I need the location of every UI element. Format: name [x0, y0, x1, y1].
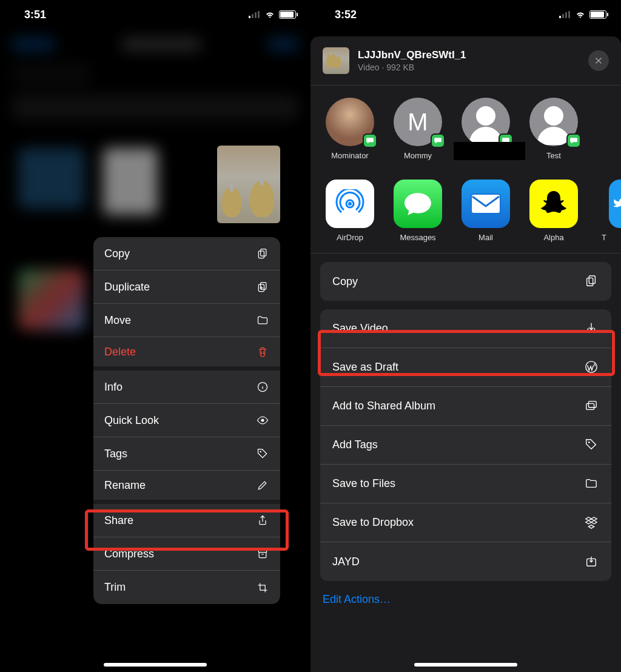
wordpress-icon: [585, 360, 599, 375]
app-name: Messages: [392, 233, 444, 242]
folder-icon: [256, 314, 269, 327]
person-name: Mommy: [392, 151, 444, 160]
file-subtitle: Video · 992 KB: [358, 62, 580, 72]
svg-rect-17: [587, 559, 596, 566]
menu-compress[interactable]: Compress: [93, 537, 280, 571]
menu-label: Copy: [104, 247, 130, 260]
status-indicators: [249, 10, 296, 19]
menu-copy[interactable]: Copy: [93, 237, 280, 270]
svg-rect-14: [586, 403, 594, 409]
action-save-video[interactable]: Save Video: [320, 309, 611, 348]
home-indicator[interactable]: [104, 663, 207, 667]
menu-tags[interactable]: Tags: [93, 437, 280, 471]
action-copy[interactable]: Copy: [320, 262, 611, 301]
crop-icon: [256, 581, 269, 594]
messages-badge-icon: [566, 133, 581, 148]
action-add-tags[interactable]: Add Tags: [320, 426, 611, 465]
svg-rect-10: [471, 194, 500, 213]
menu-move[interactable]: Move: [93, 304, 280, 337]
battery-icon: [589, 10, 606, 19]
action-save-dropbox[interactable]: Save to Dropbox: [320, 503, 611, 542]
svg-rect-0: [261, 249, 266, 257]
menu-label: Quick Look: [104, 414, 159, 427]
wifi-icon: [264, 10, 275, 19]
status-bar: 3:52: [310, 0, 621, 29]
share-person[interactable]: Test: [528, 98, 580, 160]
app-airdrop[interactable]: AirDrop: [324, 180, 376, 242]
app-name: Alpha: [528, 233, 580, 242]
share-sheet: LJJJbnV_QBreSWtI_1 Video · 992 KB Momina…: [310, 36, 621, 672]
svg-rect-12: [587, 278, 593, 286]
redacted-name: [454, 142, 525, 160]
action-save-draft[interactable]: Save as Draft: [320, 348, 611, 387]
menu-rename[interactable]: Rename: [93, 471, 280, 504]
app-messages[interactable]: Messages: [392, 180, 444, 242]
right-phone-screenshot: 3:52 LJJJbnV_QBreSWtI_1 Video · 992 KB: [310, 0, 621, 672]
svg-point-6: [260, 451, 261, 452]
share-person[interactable]: [460, 98, 512, 160]
menu-info[interactable]: Info: [93, 371, 280, 404]
mail-icon: [462, 180, 510, 228]
action-label: Save Video: [332, 322, 388, 335]
menu-delete[interactable]: Delete: [93, 337, 280, 371]
tag-icon: [585, 438, 599, 452]
menu-label: Trim: [104, 581, 126, 594]
app-alpha[interactable]: Alpha: [528, 180, 580, 242]
menu-label: Info: [104, 381, 123, 394]
actions-main-block: Save Video Save as Draft Add to Shared A…: [320, 309, 611, 581]
action-jayd[interactable]: JAYD: [320, 542, 611, 581]
app-twitter-partial[interactable]: T: [596, 180, 613, 242]
menu-label: Tags: [104, 448, 127, 460]
share-icon: [256, 514, 269, 527]
share-person[interactable]: M Mommy: [392, 98, 444, 160]
home-indicator[interactable]: [414, 663, 517, 667]
svg-point-16: [588, 441, 590, 443]
share-people-row: Mominator M Mommy Test: [310, 86, 621, 170]
edit-actions-link[interactable]: Edit Actions…: [310, 590, 621, 610]
menu-share[interactable]: Share: [93, 504, 280, 537]
menu-duplicate[interactable]: Duplicate: [93, 270, 280, 304]
context-menu: Copy Duplicate Move Delete Info Quick Lo…: [93, 237, 280, 604]
archive-icon: [256, 547, 269, 560]
signal-icon: [249, 11, 261, 18]
action-label: Add to Shared Album: [332, 400, 435, 412]
twitter-icon: [609, 180, 621, 228]
action-label: Copy: [332, 275, 358, 288]
battery-icon: [279, 10, 296, 19]
status-time: 3:51: [24, 8, 46, 21]
close-button[interactable]: [588, 50, 609, 71]
action-label: Save as Draft: [332, 361, 398, 374]
airdrop-icon: [326, 180, 374, 228]
menu-label: Share: [104, 514, 133, 527]
svg-point-8: [346, 200, 354, 207]
action-shared-album[interactable]: Add to Shared Album: [320, 387, 611, 426]
menu-label: Delete: [104, 346, 136, 358]
svg-point-13: [586, 361, 597, 372]
file-info: LJJJbnV_QBreSWtI_1 Video · 992 KB: [358, 49, 580, 72]
svg-point-5: [261, 419, 264, 422]
app-name: Mail: [460, 233, 512, 242]
share-header: LJJJbnV_QBreSWtI_1 Video · 992 KB: [310, 47, 621, 86]
wifi-icon: [575, 10, 586, 19]
svg-rect-3: [258, 284, 264, 292]
copy-icon: [256, 247, 269, 260]
file-name: LJJJbnV_QBreSWtI_1: [358, 49, 580, 61]
person-name: Mominator: [324, 151, 376, 160]
video-thumbnail[interactable]: [217, 146, 280, 223]
svg-rect-2: [261, 283, 266, 290]
share-person[interactable]: Mominator: [324, 98, 376, 160]
app-name: T: [596, 233, 613, 242]
action-label: JAYD: [332, 556, 360, 568]
menu-label: Move: [104, 314, 131, 327]
app-name: AirDrop: [324, 233, 376, 242]
menu-trim[interactable]: Trim: [93, 571, 280, 604]
app-mail[interactable]: Mail: [460, 180, 512, 242]
action-save-files[interactable]: Save to Files: [320, 465, 611, 503]
download-box-icon: [585, 554, 599, 569]
left-phone-screenshot: 3:51 Copy Duplicate Move: [0, 0, 310, 672]
status-bar: 3:51: [0, 0, 310, 29]
action-label: Save to Dropbox: [332, 516, 414, 529]
info-icon: [256, 380, 269, 394]
tag-icon: [256, 447, 269, 460]
menu-quicklook[interactable]: Quick Look: [93, 404, 280, 437]
